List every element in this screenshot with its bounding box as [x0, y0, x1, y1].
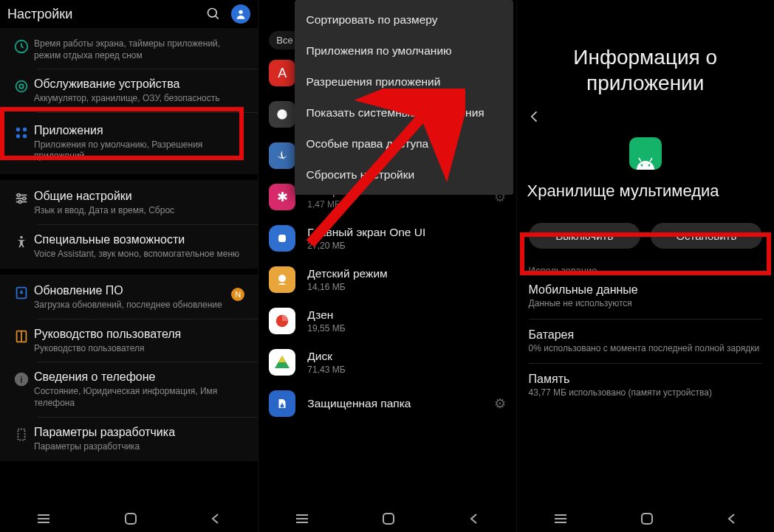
home-icon[interactable] [640, 512, 654, 525]
menu-default-apps[interactable]: Приложения по умолчанию [295, 35, 513, 66]
android-navbar [258, 505, 516, 532]
app-row[interactable]: Детский режим 14,16 МБ [258, 259, 516, 300]
back-icon[interactable] [527, 109, 764, 124]
setting-software-update[interactable]: Обновление ПО Загрузка обновлений, после… [0, 276, 258, 319]
svg-rect-25 [126, 514, 136, 524]
recent-apps-icon[interactable] [36, 514, 51, 524]
setting-label: Общие настройки [34, 189, 247, 204]
info-mobile-data[interactable]: Мобильные данные Данные не используются [517, 276, 774, 317]
section-label: Использование [517, 259, 774, 276]
app-row[interactable]: Дзен 19,55 МБ [258, 300, 516, 342]
setting-label: Параметры разработчика [34, 425, 247, 440]
back-icon[interactable] [210, 513, 222, 525]
app-icon [269, 101, 295, 128]
chip-label: Все [276, 35, 292, 46]
svg-point-26 [278, 109, 287, 119]
android-navbar [0, 505, 258, 532]
svg-point-5 [19, 84, 24, 89]
setting-sub: Руководство пользователя [34, 343, 247, 355]
android-icon [629, 137, 662, 170]
info-label: Память [529, 373, 762, 386]
app-icon [269, 266, 295, 293]
back-icon[interactable] [726, 513, 738, 525]
recent-apps-icon[interactable] [295, 514, 309, 524]
back-icon[interactable] [468, 513, 480, 525]
app-label: Главный экран One UI [307, 226, 505, 239]
recent-apps-icon[interactable] [553, 514, 568, 524]
svg-point-15 [18, 201, 21, 204]
app-icon: А [269, 60, 295, 86]
svg-point-8 [16, 134, 21, 139]
info-battery[interactable]: Батарея 0% использовано с момента послед… [517, 321, 774, 362]
svg-point-14 [23, 197, 26, 200]
menu-special-access[interactable]: Особые права доступа [295, 128, 513, 159]
svg-point-7 [23, 127, 27, 131]
page-title: Информация о приложении [517, 44, 774, 96]
avatar[interactable] [231, 4, 250, 24]
app-icon [269, 142, 295, 169]
svg-point-4 [16, 81, 27, 92]
svg-point-2 [239, 10, 243, 14]
app-label: Детский режим [307, 267, 505, 280]
app-row[interactable]: Главный экран One UI 27,20 МБ [258, 218, 516, 259]
setting-label: Обновление ПО [34, 283, 247, 298]
app-icon [269, 349, 295, 376]
home-icon[interactable] [124, 512, 137, 525]
setting-general[interactable]: Общие настройки Язык и ввод, Дата и врем… [0, 182, 258, 224]
setting-digital-wellbeing[interactable]: Время работы экрана, таймеры приложений,… [0, 30, 258, 69]
disable-button[interactable]: Выключить [529, 223, 640, 249]
svg-point-40 [648, 165, 650, 167]
setting-label: Обслуживание устройства [34, 77, 247, 91]
app-icon [269, 225, 295, 252]
force-stop-button[interactable]: Остановить [651, 223, 762, 249]
info-sub: Данные не используются [529, 298, 762, 310]
app-info-screen: Информация о приложении Хранилище мульти… [516, 0, 774, 532]
app-size: 14,16 МБ [307, 282, 505, 292]
menu-app-permissions[interactable]: Разрешения приложений [295, 66, 513, 97]
svg-point-9 [23, 134, 27, 139]
overflow-menu: Сортировать по размеру Приложения по умо… [295, 0, 513, 195]
code-icon [13, 426, 30, 443]
setting-developer[interactable]: Параметры разработчика Параметры разрабо… [0, 418, 258, 460]
svg-line-1 [216, 16, 219, 19]
svg-line-42 [650, 158, 652, 162]
info-memory[interactable]: Память 43,77 МБ использовано (памяти уст… [517, 365, 774, 407]
app-label: Дзен [307, 308, 505, 322]
svg-point-39 [640, 165, 643, 167]
setting-sub: Voice Assistant, звук моно, вспомогатель… [34, 249, 247, 260]
info-sub: 0% использовано с момента последней полн… [529, 343, 762, 355]
setting-user-manual[interactable]: Руководство пользователя Руководство пол… [0, 319, 258, 362]
book-icon [13, 328, 30, 345]
svg-line-41 [639, 158, 641, 162]
setting-sub: Аккумулятор, хранилище, ОЗУ, безопасност… [34, 93, 247, 105]
setting-about-phone[interactable]: i Сведения о телефоне Состояние, Юридиче… [0, 362, 258, 416]
app-row[interactable]: Защищенная папка ⚙ [258, 383, 516, 424]
app-label: Диск [307, 350, 505, 363]
app-row[interactable]: Диск 71,43 МБ [258, 342, 516, 383]
menu-reset-settings[interactable]: Сбросить настройки [295, 159, 513, 190]
setting-device-care[interactable]: Обслуживание устройства Аккумулятор, хра… [0, 69, 258, 112]
info-label: Батарея [529, 328, 762, 342]
svg-point-16 [20, 235, 23, 238]
apps-list-screen: Все А А ВКонтакте 1,47 МБ ✱ Га [258, 0, 516, 532]
setting-sub: Загрузка обновлений, последнее обновлени… [34, 300, 247, 311]
menu-show-system-apps[interactable]: Показать системные приложения [295, 97, 513, 128]
search-icon[interactable] [206, 7, 221, 21]
menu-sort-by-size[interactable]: Сортировать по размеру [295, 4, 513, 35]
app-icon: ✱ [269, 184, 295, 210]
svg-point-28 [278, 274, 286, 282]
usage-list: Мобильные данные Данные не используются … [517, 276, 774, 407]
sliders-icon [13, 190, 30, 207]
app-size: 1,47 МБ [307, 199, 493, 210]
gear-icon[interactable]: ⚙ [494, 395, 506, 412]
settings-header: Настройки [0, 0, 258, 28]
settings-list: Время работы экрана, таймеры приложений,… [0, 28, 258, 461]
home-icon[interactable] [382, 512, 395, 525]
setting-accessibility[interactable]: Специальные возможности Voice Assistant,… [0, 225, 258, 268]
svg-marker-31 [278, 356, 286, 362]
setting-label: Приложения [34, 123, 247, 138]
svg-point-6 [16, 127, 21, 131]
info-sub: 43,77 МБ использовано (памяти устройства… [529, 387, 762, 399]
setting-apps[interactable]: Приложения Приложения по умолчанию, Разр… [0, 113, 258, 173]
info-label: Мобильные данные [529, 283, 762, 297]
